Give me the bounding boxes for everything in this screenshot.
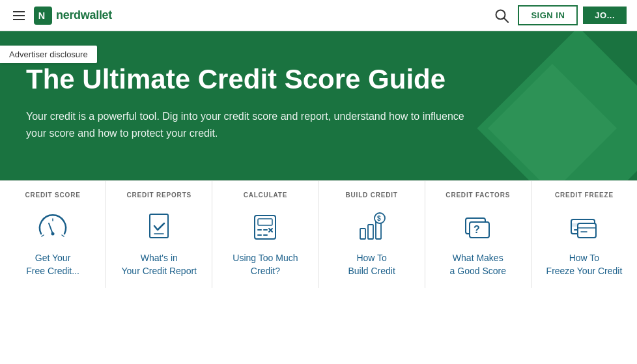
card-label-build-credit: BUILD CREDIT xyxy=(346,191,398,199)
svg-text:$: $ xyxy=(377,215,381,222)
card-text-credit-freeze: How ToFreeze Your Credit xyxy=(546,252,623,277)
card-calculate[interactable]: CALCULATE Using Too MuchCredit? xyxy=(212,181,318,288)
header: N nerdwallet SIGN IN JO... xyxy=(0,0,637,31)
card-label-credit-factors: CREDIT FACTORS xyxy=(446,191,510,199)
svg-point-3 xyxy=(51,232,55,236)
svg-rect-15 xyxy=(368,225,373,239)
calculator-icon xyxy=(247,209,283,245)
join-button[interactable]: JO... xyxy=(583,7,627,24)
header-right: SIGN IN JO... xyxy=(490,5,627,27)
svg-rect-7 xyxy=(258,219,272,225)
card-label-credit-score: CREDIT SCORE xyxy=(25,191,81,199)
card-credit-reports[interactable]: CREDIT REPORTS What's inYour Credit Repo… xyxy=(106,181,212,288)
header-left: N nerdwallet xyxy=(10,7,112,25)
card-text-calculate: Using Too MuchCredit? xyxy=(233,252,298,277)
search-button[interactable] xyxy=(490,5,513,27)
svg-line-2 xyxy=(504,18,509,22)
svg-text:?: ? xyxy=(474,224,480,235)
n-letter-icon: N xyxy=(37,10,49,21)
chart-dollar-icon: $ xyxy=(354,209,390,245)
card-credit-freeze[interactable]: CREDIT FREEZE How ToFreeze Your Credit xyxy=(531,181,637,288)
card-label-calculate: CALCULATE xyxy=(244,191,288,199)
credit-cards-icon xyxy=(566,209,602,245)
search-icon xyxy=(494,8,509,23)
card-credit-factors[interactable]: CREDIT FACTORS ? What Makesa Good Score xyxy=(425,181,531,288)
svg-rect-25 xyxy=(578,223,596,238)
svg-text:N: N xyxy=(38,10,45,21)
hero-title: The Ultimate Credit Score Guide xyxy=(26,64,521,95)
card-label-credit-reports: CREDIT REPORTS xyxy=(126,191,191,199)
svg-rect-14 xyxy=(360,229,365,239)
document-check-icon xyxy=(141,209,177,245)
card-label-credit-freeze: CREDIT FREEZE xyxy=(555,191,614,199)
hamburger-menu-button[interactable] xyxy=(10,8,27,23)
question-card-icon: ? xyxy=(460,209,496,245)
logo-link[interactable]: N nerdwallet xyxy=(34,7,112,25)
card-build-credit[interactable]: BUILD CREDIT $ How ToBuild Credit xyxy=(319,181,425,288)
card-credit-score[interactable]: CREDIT SCORE Get YourFree Credit... xyxy=(0,181,106,288)
cards-section: CREDIT SCORE Get YourFree Credit... CRED… xyxy=(0,180,637,288)
hero-subtitle: Your credit is a powerful tool. Dig into… xyxy=(26,108,469,141)
card-text-build-credit: How ToBuild Credit xyxy=(348,252,395,277)
card-text-credit-reports: What's inYour Credit Report xyxy=(122,252,197,277)
logo-n-icon: N xyxy=(34,7,52,25)
advertiser-disclosure-button[interactable]: Advertiser disclosure xyxy=(0,46,97,63)
card-text-credit-score: Get YourFree Credit... xyxy=(26,252,79,277)
gauge-icon xyxy=(35,209,71,245)
signin-button[interactable]: SIGN IN xyxy=(518,5,578,25)
card-text-credit-factors: What Makesa Good Score xyxy=(450,252,506,277)
logo-text: nerdwallet xyxy=(56,8,112,22)
